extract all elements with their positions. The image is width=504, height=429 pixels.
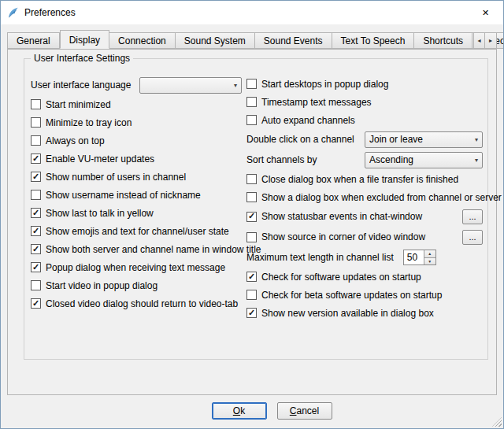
checkbox-label: Check for beta software updates on start… bbox=[261, 290, 442, 301]
tab-sound-events[interactable]: Sound Events bbox=[255, 32, 332, 49]
tab-sound-system[interactable]: Sound System bbox=[176, 32, 255, 49]
max-text-length-spinner[interactable]: 50 ▲ ▼ bbox=[403, 250, 436, 265]
checkbox-row-new-version[interactable]: ✓ Show new version available in dialog b… bbox=[246, 304, 483, 322]
checkbox-label: Start video in popup dialog bbox=[46, 280, 158, 291]
cancel-button[interactable]: Cancel bbox=[277, 402, 332, 420]
checkbox-label: Show new version available in dialog box bbox=[261, 308, 434, 319]
spinner-up-button[interactable]: ▲ bbox=[424, 250, 435, 258]
checkbox-row-always-on-top[interactable]: Always on top bbox=[31, 131, 242, 150]
sort-channels-select[interactable]: Ascending ▾ bbox=[365, 152, 483, 168]
checkbox[interactable]: ✓ bbox=[246, 212, 257, 222]
checkbox[interactable] bbox=[31, 135, 41, 146]
checkbox-row-window-title[interactable]: ✓ Show both server and channel name in w… bbox=[31, 240, 242, 258]
tab-scroll-left-button[interactable]: ◂ bbox=[473, 32, 485, 49]
spinner-value: 50 bbox=[404, 250, 424, 264]
checkbox[interactable]: ✓ bbox=[31, 298, 41, 309]
statusbar-events-row: ✓ Show statusbar events in chat-window .… bbox=[246, 206, 483, 227]
checkbox[interactable] bbox=[246, 115, 257, 125]
checkbox[interactable] bbox=[246, 232, 257, 242]
checkbox-row-excluded-dialog[interactable]: Show a dialog box when excluded from cha… bbox=[246, 188, 483, 206]
tab-shortcuts[interactable]: Shortcuts bbox=[414, 32, 472, 49]
tab-scroll-right-button[interactable]: ▸ bbox=[485, 32, 497, 49]
titlebar: Preferences ✕ bbox=[1, 1, 503, 24]
checkbox-label: Check for software updates on startup bbox=[261, 272, 421, 283]
window-title: Preferences bbox=[24, 7, 76, 18]
checkbox-row-start-minimized[interactable]: Start minimized bbox=[31, 95, 242, 113]
checkbox[interactable]: ✓ bbox=[31, 208, 41, 218]
checkbox[interactable] bbox=[246, 290, 257, 300]
checkmark-icon: ✓ bbox=[248, 212, 255, 220]
checkbox-label: Show number of users in channel bbox=[46, 172, 186, 183]
statusbar-events-more-button[interactable]: ... bbox=[462, 209, 483, 224]
checkbox-label: Show a dialog box when excluded from cha… bbox=[261, 192, 502, 203]
checkbox-row-timestamp[interactable]: Timestamp text messages bbox=[246, 93, 483, 111]
spinner-down-button[interactable]: ▼ bbox=[424, 258, 435, 265]
checkbox[interactable]: ✓ bbox=[31, 172, 41, 182]
checkbox-label: Show statusbar events in chat-window bbox=[261, 211, 422, 222]
checkbox-row-vu-meter[interactable]: ✓ Enable VU-meter updates bbox=[31, 150, 242, 168]
checkbox[interactable]: ✓ bbox=[246, 272, 257, 282]
checkbox-row-auto-expand[interactable]: Auto expand channels bbox=[246, 111, 483, 129]
checkbox-label: Always on top bbox=[46, 135, 105, 146]
tab-label: Connection bbox=[118, 35, 166, 46]
checkbox[interactable] bbox=[246, 79, 257, 89]
checkmark-icon: ✓ bbox=[32, 209, 39, 217]
checkmark-icon: ✓ bbox=[32, 299, 39, 308]
chevron-down-icon: ▾ bbox=[475, 157, 478, 164]
checkbox[interactable] bbox=[31, 280, 41, 290]
checkbox[interactable] bbox=[31, 99, 41, 109]
checkmark-icon: ✓ bbox=[32, 263, 39, 272]
ok-button[interactable]: Ok bbox=[212, 402, 267, 420]
double-click-select[interactable]: Join or leave ▾ bbox=[365, 131, 483, 148]
checkbox-row-minimize-tray[interactable]: Minimize to tray icon bbox=[31, 113, 242, 131]
checkbox[interactable] bbox=[246, 174, 257, 184]
video-source-more-button[interactable]: ... bbox=[462, 230, 483, 245]
tab-label: General bbox=[17, 35, 50, 46]
tab-bar: General Display Connection Sound System … bbox=[7, 30, 497, 49]
checkbox[interactable] bbox=[31, 190, 41, 200]
tab-text-to-speech[interactable]: Text To Speech bbox=[332, 32, 415, 49]
checkmark-icon: ✓ bbox=[32, 227, 39, 235]
checkbox[interactable]: ✓ bbox=[31, 262, 41, 272]
checkbox-row-beta-updates[interactable]: Check for beta software updates on start… bbox=[246, 286, 483, 304]
checkmark-icon: ✓ bbox=[248, 309, 255, 317]
checkbox-label: Enable VU-meter updates bbox=[46, 153, 154, 165]
tab-connection[interactable]: Connection bbox=[109, 32, 176, 49]
tab-label: Text To Speech bbox=[341, 35, 406, 46]
chevron-down-icon: ▾ bbox=[475, 136, 478, 143]
tab-general[interactable]: General bbox=[7, 32, 60, 49]
checkbox-row-updates[interactable]: ✓ Check for software updates on startup bbox=[246, 268, 483, 286]
preferences-window: Preferences ✕ General Display Connection… bbox=[0, 0, 504, 429]
checkbox-row-video-popup[interactable]: Start video in popup dialog bbox=[31, 276, 242, 294]
checkbox-label: Show emojis and text for channel/user st… bbox=[46, 226, 229, 237]
checkbox-row-video-return[interactable]: ✓ Closed video dialog should return to v… bbox=[31, 294, 242, 313]
checkmark-icon: ✓ bbox=[32, 154, 39, 163]
right-column: Start desktops in popup dialog Timestamp… bbox=[246, 75, 483, 322]
checkbox-label: Auto expand channels bbox=[261, 115, 355, 126]
checkbox-label: Timestamp text messages bbox=[261, 97, 372, 108]
checkbox-row-last-talk[interactable]: ✓ Show last to talk in yellow bbox=[31, 204, 242, 222]
checkbox-row-username[interactable]: Show username instead of nickname bbox=[31, 186, 242, 204]
arrow-down-icon: ▼ bbox=[428, 259, 432, 264]
checkbox[interactable]: ✓ bbox=[246, 308, 257, 318]
checkbox[interactable]: ✓ bbox=[31, 153, 41, 164]
checkbox[interactable] bbox=[31, 117, 41, 128]
close-button[interactable]: ✕ bbox=[468, 1, 503, 24]
checkbox-row-user-count[interactable]: ✓ Show number of users in channel bbox=[31, 168, 242, 186]
checkbox-row-emojis[interactable]: ✓ Show emojis and text for channel/user … bbox=[31, 222, 242, 240]
tab-display[interactable]: Display bbox=[60, 30, 109, 49]
checkbox-label: Show last to talk in yellow bbox=[46, 208, 154, 219]
checkbox-row-popup-text[interactable]: ✓ Popup dialog when receiving text messa… bbox=[31, 258, 242, 276]
sort-channels-value: Ascending bbox=[369, 154, 470, 165]
checkbox[interactable] bbox=[246, 192, 257, 202]
max-text-length-label: Maximum text length in channel list bbox=[246, 252, 394, 263]
close-icon: ✕ bbox=[482, 8, 489, 18]
checkbox-row-desktop-popup[interactable]: Start desktops in popup dialog bbox=[246, 75, 483, 93]
language-select[interactable]: ▾ bbox=[139, 77, 242, 94]
double-click-label: Double click on a channel bbox=[246, 134, 354, 145]
checkbox[interactable]: ✓ bbox=[31, 244, 41, 254]
checkbox[interactable]: ✓ bbox=[31, 226, 41, 236]
checkbox-row-file-transfer[interactable]: Close dialog box when a file transfer is… bbox=[246, 170, 483, 188]
arrow-left-icon: ◂ bbox=[477, 37, 480, 44]
checkbox[interactable] bbox=[246, 97, 257, 107]
